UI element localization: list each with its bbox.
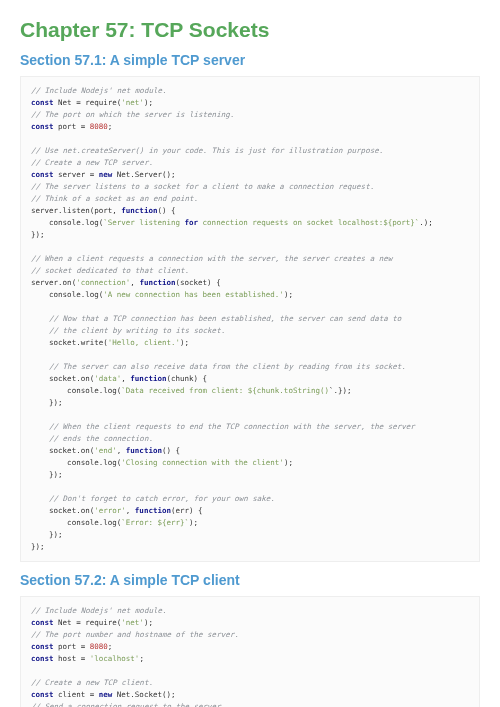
t: `.});: [329, 386, 352, 395]
t: server.on(: [31, 278, 76, 287]
t: 'localhost': [90, 654, 140, 663]
t: port =: [54, 122, 90, 131]
t: 'net': [121, 618, 144, 627]
t: socket.on(: [31, 506, 94, 515]
code-line: // Now that a TCP connection has been es…: [31, 314, 401, 323]
code-line: // socket dedicated to that client.: [31, 266, 189, 275]
t: 'Closing connection with the client': [121, 458, 284, 467]
t: });: [31, 470, 63, 479]
section-title-2: Section 57.2: A simple TCP client: [20, 572, 480, 588]
t: host =: [54, 654, 90, 663]
t: function: [126, 446, 162, 455]
t: console.log(: [31, 518, 121, 527]
t: console.log(: [31, 290, 103, 299]
t: client =: [54, 690, 99, 699]
t: ,: [117, 446, 126, 455]
t: (err) {: [171, 506, 203, 515]
t: Net.Socket();: [112, 690, 175, 699]
t: );: [284, 458, 293, 467]
section-title-1: Section 57.1: A simple TCP server: [20, 52, 480, 68]
t: const: [31, 642, 54, 651]
t: Net.Server();: [112, 170, 175, 179]
code-line: // The server can also receive data from…: [31, 362, 406, 371]
code-block-server: // Include Nodejs' net module. const Net…: [20, 76, 480, 562]
t: ;: [108, 642, 113, 651]
t: ,: [126, 506, 135, 515]
code-line: // The server listens to a socket for a …: [31, 182, 374, 191]
t: new: [99, 690, 113, 699]
t: 8080: [90, 122, 108, 131]
t: () {: [157, 206, 175, 215]
t: Net = require(: [54, 618, 122, 627]
t: });: [31, 542, 45, 551]
code-line: // Create a new TCP server.: [31, 158, 153, 167]
t: 'connection': [76, 278, 130, 287]
code-line: // When a client requests a connection w…: [31, 254, 392, 263]
t: for: [185, 218, 199, 227]
t: const: [31, 654, 54, 663]
t: });: [31, 230, 45, 239]
t: ,: [121, 374, 130, 383]
t: function: [121, 206, 157, 215]
t: 'error': [94, 506, 126, 515]
code-line: // the client by writing to its socket.: [31, 326, 225, 335]
t: socket.on(: [31, 374, 94, 383]
t: function: [135, 506, 171, 515]
code-line: // Create a new TCP client.: [31, 678, 153, 687]
t: 'end': [94, 446, 117, 455]
t: 8080: [90, 642, 108, 651]
code-line: // Include Nodejs' net module.: [31, 86, 166, 95]
t: 'net': [121, 98, 144, 107]
t: 'A new connection has been established.': [103, 290, 284, 299]
code-line: // Don't forget to catch error, for your…: [31, 494, 275, 503]
t: () {: [162, 446, 180, 455]
t: });: [31, 398, 63, 407]
t: );: [189, 518, 198, 527]
code-line: // Think of a socket as an end point.: [31, 194, 198, 203]
t: ;: [139, 654, 144, 663]
t: (chunk) {: [166, 374, 207, 383]
t: port =: [54, 642, 90, 651]
t: 'Hello, client.': [108, 338, 180, 347]
t: );: [284, 290, 293, 299]
t: const: [31, 98, 54, 107]
t: .);: [419, 218, 433, 227]
t: function: [139, 278, 175, 287]
code-line: // ends the connection.: [31, 434, 153, 443]
t: console.log(: [31, 386, 121, 395]
t: const: [31, 122, 54, 131]
t: `Server listening: [103, 218, 184, 227]
t: console.log(: [31, 218, 103, 227]
t: const: [31, 690, 54, 699]
t: );: [144, 98, 153, 107]
code-line: // Send a connection request to the serv…: [31, 702, 225, 707]
code-line: // When the client requests to end the T…: [31, 422, 415, 431]
t: socket.write(: [31, 338, 108, 347]
t: `Error: ${err}`: [121, 518, 189, 527]
t: connection requests on socket localhost:…: [198, 218, 419, 227]
code-block-client: // Include Nodejs' net module. const Net…: [20, 596, 480, 707]
chapter-title: Chapter 57: TCP Sockets: [20, 18, 480, 42]
t: 'data': [94, 374, 121, 383]
t: });: [31, 530, 63, 539]
code-line: // Use net.createServer() in your code. …: [31, 146, 383, 155]
t: const: [31, 170, 54, 179]
t: console.log(: [31, 458, 121, 467]
code-line: // Include Nodejs' net module.: [31, 606, 166, 615]
t: (socket) {: [176, 278, 221, 287]
t: );: [144, 618, 153, 627]
t: `Data received from client: ${chunk.toSt…: [121, 386, 329, 395]
t: new: [99, 170, 113, 179]
t: Net = require(: [54, 98, 122, 107]
code-line: // The port number and hostname of the s…: [31, 630, 239, 639]
code-line: // The port on which the server is liste…: [31, 110, 234, 119]
t: socket.on(: [31, 446, 94, 455]
t: const: [31, 618, 54, 627]
t: server =: [54, 170, 99, 179]
t: ;: [108, 122, 113, 131]
t: server.listen(port,: [31, 206, 121, 215]
t: function: [130, 374, 166, 383]
t: );: [180, 338, 189, 347]
